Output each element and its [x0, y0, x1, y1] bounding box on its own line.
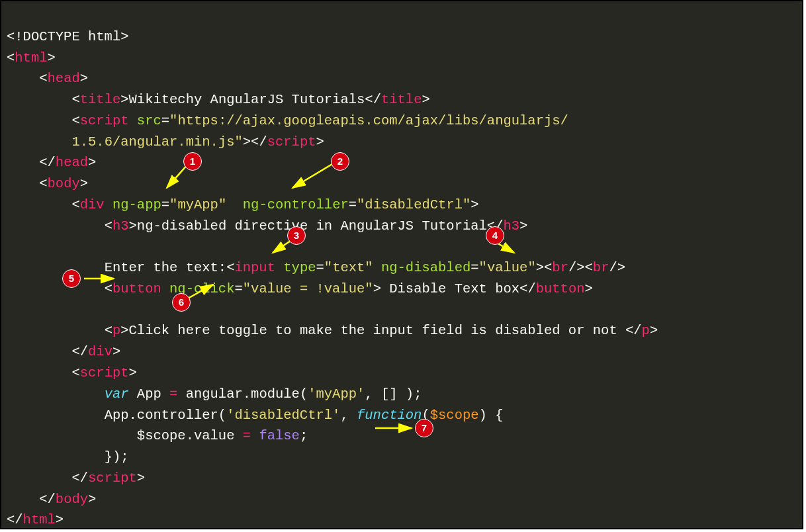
line-20-open: </ [71, 470, 88, 486]
line-11-tag: input [234, 260, 275, 275]
line-7-tag: head [56, 155, 88, 170]
line-2-tag: html [15, 50, 47, 66]
line-8-open: < [39, 176, 47, 191]
line-8-close: > [80, 176, 88, 191]
line-11-val2: "value" [479, 260, 536, 275]
line-9-eq2: = [349, 197, 357, 212]
line-12-val: "value = !value" [243, 281, 373, 296]
line-12-tag: button [112, 281, 161, 296]
line-4-copen: </ [365, 92, 381, 107]
line-4-tag: title [80, 92, 121, 107]
annotation-badge-1: 1 [183, 152, 202, 171]
line-6-val: 1.5.6/angular.min.js" [71, 134, 242, 150]
line-4-open: < [71, 92, 79, 107]
line-16-name: App [129, 386, 170, 402]
line-10-cclose: > [519, 218, 527, 234]
line-4-ctag: title [381, 92, 422, 107]
annotation-badge-6: 6 [172, 293, 191, 312]
line-10-text: ng-disabled directive in AngularJS Tutor… [137, 218, 487, 234]
line-9-open: < [71, 197, 79, 212]
line-5-val: "https://ajax.googleapis.com/ajax/libs/a… [169, 113, 568, 128]
line-21-tag: body [56, 492, 88, 507]
line-1: <!DOCTYPE html> [7, 29, 129, 44]
line-11-attr1: type [283, 260, 316, 275]
line-6-close: > [243, 134, 251, 150]
line-11-eq1: = [316, 260, 324, 275]
line-17-str: 'disabledCtrl' [226, 408, 340, 423]
line-13-text: Click here toggle to make the input fiel… [129, 323, 625, 338]
line-13-copen: </ [625, 323, 642, 338]
line-18-text2 [251, 428, 259, 443]
line-17-scope: $scope [430, 408, 479, 423]
line-18-bool: false [259, 428, 300, 443]
line-7-open: </ [39, 155, 56, 170]
line-13-close: > [120, 323, 128, 338]
line-14-close: > [112, 344, 120, 359]
line-13-ctag: p [642, 323, 650, 338]
line-12-close: > [373, 281, 381, 296]
line-3-tag: head [48, 71, 80, 86]
line-3-close: > [80, 71, 88, 86]
line-9-eq1: = [161, 197, 169, 212]
line-5-tag: script [80, 113, 129, 128]
line-11-br1: < [544, 260, 552, 275]
line-21-open: </ [39, 492, 56, 507]
line-22-tag: html [23, 512, 56, 527]
line-12-eq: = [234, 281, 242, 296]
line-14-open: </ [71, 344, 88, 359]
annotation-badge-3: 3 [287, 226, 306, 245]
line-12-text: Disable Text box [381, 281, 519, 296]
line-11-val1: "text" [324, 260, 373, 275]
annotation-badge-5: 5 [62, 269, 81, 288]
line-6-cclose: > [316, 134, 324, 150]
line-12-copen: </ [519, 281, 536, 296]
line-6-copen: </ [251, 134, 267, 150]
line-7-close: > [88, 155, 96, 170]
line-15-tag: script [80, 365, 129, 380]
line-10-close: > [129, 218, 137, 234]
line-16-op: = [169, 386, 177, 402]
line-9-val2: "disabledCtrl" [357, 197, 470, 212]
line-15-open: < [71, 365, 79, 380]
line-15-close: > [129, 365, 137, 380]
line-9-val1: "myApp" [169, 197, 226, 212]
line-17-func: function [357, 408, 422, 423]
line-3-open: < [39, 71, 47, 86]
line-5-open: < [71, 113, 79, 128]
line-9-attr1: ng-app [112, 197, 161, 212]
arrow-1 [167, 164, 188, 188]
line-18-text1: .value [186, 428, 243, 443]
line-12-open: < [105, 281, 112, 296]
line-12-ctag: button [536, 281, 585, 296]
line-17-text4: ) { [479, 408, 504, 423]
code-editor: <!DOCTYPE html> <html> <head> <title>Wik… [0, 0, 803, 529]
line-8-tag: body [48, 176, 80, 191]
line-14-tag: div [88, 344, 112, 359]
line-11-close: > [536, 260, 544, 275]
annotation-badge-7: 7 [415, 419, 433, 437]
line-4-cclose: > [422, 92, 429, 107]
line-22-open: </ [7, 512, 23, 527]
line-4-text: Wikitechy AngularJS Tutorials [129, 92, 365, 107]
line-9-tag: div [80, 197, 105, 212]
line-11-attr2: ng-disabled [381, 260, 470, 275]
line-2-close: > [48, 50, 56, 66]
line-16-var: var [105, 386, 129, 402]
line-13-tag: p [112, 323, 120, 338]
annotation-badge-2: 2 [331, 152, 349, 171]
line-20-close: > [137, 470, 145, 486]
line-17-text2: , [340, 408, 357, 423]
line-18-text3: ; [300, 428, 308, 443]
line-10-tag: h3 [112, 218, 129, 234]
arrow-2 [292, 164, 332, 188]
line-10-open: < [105, 218, 112, 234]
line-2-open: < [7, 50, 15, 66]
line-4-close: > [120, 92, 128, 107]
line-5-attr: src [137, 113, 161, 128]
line-5-eq: = [161, 113, 169, 128]
line-12-cclose: > [585, 281, 593, 296]
line-22-close: > [56, 512, 64, 527]
line-9-attr2: ng-controller [243, 197, 349, 212]
line-13-cclose: > [650, 323, 658, 338]
line-16-text: angular.module( [177, 386, 308, 402]
